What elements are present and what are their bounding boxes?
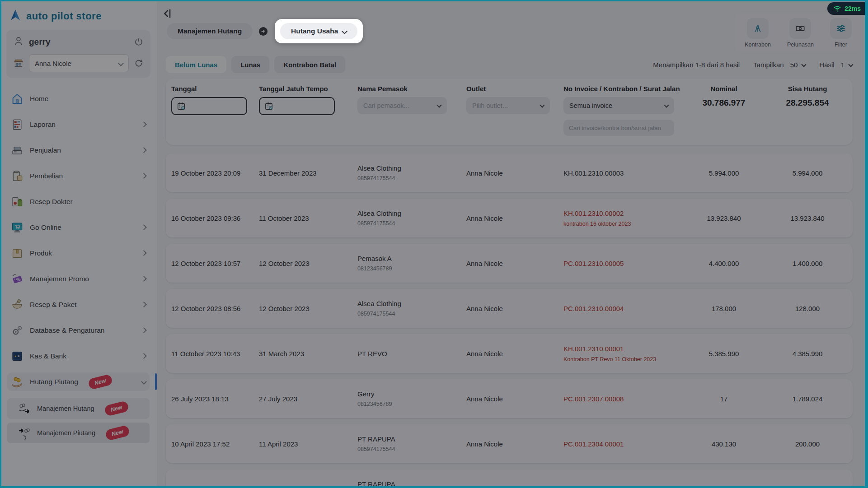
- store-select[interactable]: Anna Nicole: [29, 54, 129, 72]
- sidebar-item-label: Resep & Paket: [30, 301, 76, 309]
- invoice-link[interactable]: KH.001.2310.00003: [563, 169, 624, 177]
- supplier-phone: 08123456789: [357, 265, 466, 272]
- sidebar-item-label: Home: [30, 95, 48, 103]
- tool-label: Kontrabon: [745, 42, 771, 48]
- logout-button[interactable]: [133, 37, 144, 47]
- invoice-link[interactable]: PC.001.2307.00008: [563, 395, 624, 403]
- supplier-name: PT RAPUPA: [357, 480, 466, 488]
- ping-badge: 22ms: [827, 2, 868, 15]
- invoice-link[interactable]: PC.001.2310.00004: [563, 305, 624, 312]
- cell-jatuh-tempo: 11 October 2023: [259, 214, 357, 222]
- jatuh-tempo-date-input[interactable]: [259, 97, 335, 115]
- tanggal-date-input[interactable]: [171, 97, 247, 115]
- chevron-down-icon: [848, 62, 853, 67]
- tab-belum-lunas[interactable]: Belum Lunas: [166, 56, 226, 73]
- database-pengaturan-icon: [10, 323, 24, 337]
- calendar-icon: [176, 101, 187, 112]
- refresh-button[interactable]: [133, 58, 144, 69]
- cell-outlet: Anna Nicole: [466, 305, 563, 312]
- sidebar-item-pembelian[interactable]: Pembelian: [7, 167, 150, 185]
- cell-pemasok: PT RAPUPA085974175544: [357, 435, 466, 452]
- home-icon: [10, 92, 24, 106]
- app-root: auto pilot store gerry Anna Nicole HomeL…: [0, 0, 868, 488]
- supplier-phone: 08123456789: [357, 401, 466, 407]
- cell-tanggal: 11 October 2023 10:43: [171, 350, 259, 358]
- sidebar-item-hutang-piutang[interactable]: Hutang PiutangNew: [7, 372, 150, 391]
- breadcrumb-manajemen-hutang[interactable]: Manajemen Hutang: [167, 23, 253, 39]
- invoice-link[interactable]: KH.001.2310.00002: [563, 209, 624, 217]
- go-online-icon: [10, 220, 24, 234]
- page-size-dropdown[interactable]: 50: [790, 61, 806, 69]
- sidebar-item-manajemen-piutang[interactable]: Manajemen PiutangNew: [7, 423, 150, 443]
- table-row[interactable]: 26 July 2023 18:1327 July 2023Gerry08123…: [166, 379, 853, 418]
- cell-tanggal: 15 December 2022 15:56: [171, 485, 259, 488]
- cell-invoice: PC.001.2307.00008: [563, 395, 685, 403]
- supplier-phone: 085974175544: [357, 175, 466, 181]
- calendar-icon: [264, 101, 274, 112]
- chevron-right-icon: [141, 224, 147, 230]
- sidebar-item-manajemen-hutang[interactable]: Manajemen HutangNew: [7, 398, 150, 419]
- tab-kontrabon-batal[interactable]: Kontrabon Batal: [274, 56, 345, 73]
- page-dropdown[interactable]: 1: [841, 61, 853, 69]
- cell-invoice: PC.001.2310.00005: [563, 260, 685, 267]
- nominal-total: 30.786.977: [685, 98, 762, 108]
- invoice-link[interactable]: PC.001.2212.00002: [563, 485, 624, 488]
- cell-outlet: Anna Nicole: [466, 440, 563, 448]
- cell-sisa-hutang: 128.000: [762, 305, 853, 312]
- cell-pemasok: PT REVO: [357, 350, 466, 358]
- sidebar-item-database-pengaturan[interactable]: Database & Pengaturan: [7, 321, 150, 339]
- new-badge: New: [88, 374, 113, 390]
- invoice-link[interactable]: KH.001.2310.00001: [563, 345, 624, 353]
- laporan-icon: [10, 117, 24, 131]
- tab-lunas[interactable]: Lunas: [231, 56, 269, 73]
- cell-outlet: Anna Nicole: [466, 395, 563, 403]
- column-header-outlet: Outlet: [466, 85, 563, 93]
- invoice-link[interactable]: PC.001.2304.00001: [563, 440, 624, 448]
- table-body: 19 October 2023 20:0931 December 2023Als…: [166, 153, 853, 488]
- kontrabon-icon: [747, 18, 769, 39]
- table-row[interactable]: 12 October 2023 08:5612 October 2023Alse…: [166, 289, 853, 328]
- invoice-search-input[interactable]: [563, 120, 674, 136]
- chevron-right-icon: [141, 302, 147, 307]
- kontrabon-note: kontrabon 16 oktober 2023: [563, 221, 685, 227]
- sidebar-item-manajemen-promo[interactable]: %Manajemen Promo: [7, 270, 150, 288]
- cell-outlet: Anna Nicole: [466, 485, 563, 488]
- invoice-filter-select[interactable]: Semua invoice: [563, 97, 674, 114]
- sidebar-item-resep-paket[interactable]: Resep & Paket: [7, 295, 150, 314]
- cell-tanggal: 12 October 2023 08:56: [171, 305, 259, 312]
- tabs-row: Belum LunasLunasKontrabon Batal Menampil…: [166, 56, 853, 73]
- sidebar-item-penjualan[interactable]: Penjualan: [7, 141, 150, 159]
- sidebar-item-go-online[interactable]: Go Online: [7, 218, 150, 237]
- sidebar-item-home[interactable]: Home: [7, 89, 150, 108]
- pemasok-select[interactable]: Cari pemasok...: [357, 97, 447, 114]
- filter-button[interactable]: Filter: [830, 18, 852, 48]
- sidebar-item-laporan[interactable]: Laporan: [7, 115, 150, 134]
- table-row[interactable]: 11 October 2023 10:4331 March 2023PT REV…: [166, 334, 853, 373]
- table-row[interactable]: 16 October 2023 09:3611 October 2023Alse…: [166, 199, 853, 237]
- outlet-select[interactable]: Pilih outlet...: [466, 97, 550, 114]
- cell-nominal: 4.400.000: [685, 260, 762, 267]
- breadcrumb-hutang-usaha-dropdown[interactable]: Hutang Usaha: [280, 23, 357, 39]
- cell-invoice: PC.001.2310.00004: [563, 305, 685, 312]
- table-row[interactable]: 15 December 2022 15:5616 December 2022PT…: [166, 469, 853, 488]
- sidebar-item-resep-dokter[interactable]: Resep Dokter: [7, 192, 150, 211]
- cell-outlet: Anna Nicole: [466, 350, 563, 358]
- page-size-label: Tampilkan: [753, 61, 784, 69]
- table-row[interactable]: 12 October 2023 10:5712 October 2023Pema…: [166, 244, 853, 283]
- chevron-right-icon: [141, 276, 147, 282]
- sidebar-item-label: Go Online: [30, 223, 61, 232]
- sidebar-item-kas-bank[interactable]: Kas & Bank: [7, 347, 150, 365]
- sidebar-item-produk[interactable]: Produk: [7, 244, 150, 262]
- person-icon: [13, 35, 24, 49]
- invoice-link[interactable]: PC.001.2310.00005: [563, 260, 624, 267]
- sisa-hutang-total: 28.295.854: [762, 98, 853, 108]
- kontrabon-button[interactable]: Kontrabon: [745, 18, 771, 48]
- table-row[interactable]: 19 October 2023 20:0931 December 2023Als…: [166, 153, 853, 192]
- resep-dokter-icon: [10, 195, 24, 209]
- chevron-right-icon: [141, 327, 147, 333]
- pelunasan-button[interactable]: Pelunasan: [787, 18, 814, 48]
- filter-icon: [830, 18, 852, 39]
- table-row[interactable]: 10 April 2023 17:5211 April 2023PT RAPUP…: [166, 424, 853, 463]
- chevron-right-icon: [141, 173, 147, 179]
- cell-nominal: 5.994.000: [685, 169, 762, 177]
